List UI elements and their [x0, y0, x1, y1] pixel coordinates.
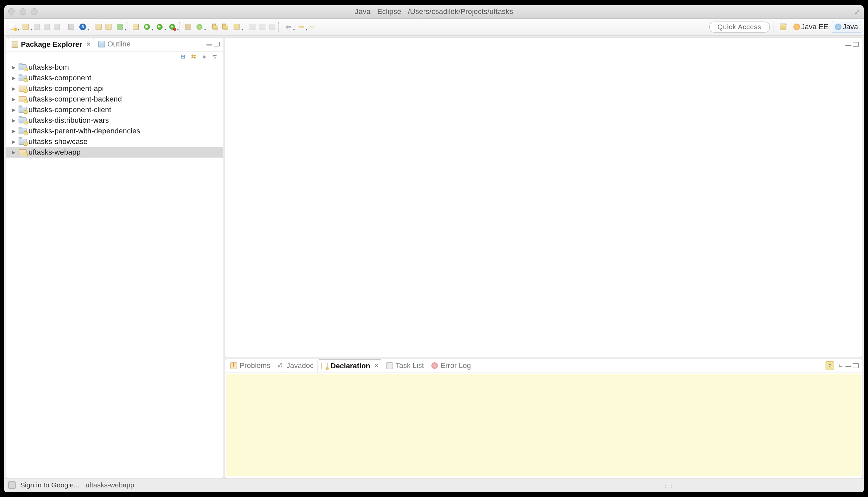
window-title: Java - Eclipse - /Users/csadilek/Project… — [355, 7, 513, 16]
expander-icon[interactable]: ▶ — [12, 86, 17, 91]
minimize-icon[interactable] — [207, 44, 212, 46]
google-button[interactable]: 8▾ — [77, 22, 89, 31]
expander-icon[interactable]: ▶ — [12, 97, 17, 102]
build-button[interactable] — [67, 22, 76, 31]
tree-item-label: uftasks-component-backend — [29, 95, 122, 103]
close-tab-icon[interactable]: ✕ — [86, 41, 90, 47]
maximize-icon[interactable] — [853, 42, 859, 47]
collapse-all-button[interactable]: ⊟ — [179, 53, 186, 60]
tab-javadoc[interactable]: @ Javadoc — [274, 359, 317, 372]
tree-item-uftasks-component[interactable]: ▶uftasks-component — [6, 73, 223, 83]
left-column: Package Explorer ✕ Outline ⊟ ⇆ — [6, 37, 223, 478]
refresh-button[interactable]: ▾ — [194, 22, 205, 31]
run-external-button[interactable]: ▾ — [166, 22, 178, 31]
tree-item-uftasks-component-api[interactable]: ▶uftasks-component-api — [6, 83, 223, 94]
tree-item-uftasks-component-backend[interactable]: ▶uftasks-component-backend — [6, 94, 223, 104]
print-button[interactable] — [52, 22, 61, 31]
new-server-button[interactable] — [131, 22, 140, 31]
expander-icon[interactable]: ▶ — [12, 65, 17, 70]
close-tab-icon[interactable]: ✕ — [374, 363, 379, 369]
tab-label: Declaration — [330, 361, 370, 370]
bottom-panel: Problems @ Javadoc Declaration ✕ Task Li… — [225, 359, 862, 478]
expander-icon[interactable]: ▶ — [12, 139, 17, 144]
close-window-button[interactable] — [8, 8, 15, 15]
minimize-icon[interactable] — [845, 45, 851, 46]
perspective-java-ee[interactable]: Java EE — [791, 21, 831, 32]
quick-access-input[interactable]: Quick Access — [709, 22, 770, 32]
project-tree: ▶uftasks-bom▶uftasks-component▶uftasks-c… — [6, 62, 223, 478]
save-all-button[interactable] — [42, 22, 52, 31]
zoom-window-button[interactable] — [31, 8, 38, 15]
tab-declaration[interactable]: Declaration ✕ — [317, 359, 382, 373]
expander-icon[interactable]: ▶ — [12, 75, 17, 81]
tree-item-uftasks-parent-with-dependencies[interactable]: ▶uftasks-parent-with-dependencies — [6, 126, 223, 136]
google-signin-icon — [8, 481, 16, 489]
focus-task-button[interactable]: ◉ — [200, 53, 208, 60]
tab-outline[interactable]: Outline — [95, 38, 134, 51]
next-annotation-button[interactable]: ⇦▾ — [295, 22, 307, 31]
tree-item-uftasks-showcase[interactable]: ▶uftasks-showcase — [6, 136, 223, 147]
export-button[interactable] — [104, 22, 113, 31]
separator-icon — [790, 22, 790, 32]
sign-in-link[interactable]: Sign in to Google... — [20, 481, 80, 489]
run-button[interactable]: ▾ — [154, 22, 166, 31]
tab-task-list[interactable]: Task List — [383, 359, 427, 372]
tree-item-uftasks-webapp[interactable]: ▶uftasks-webapp — [6, 147, 223, 158]
package-explorer-view: Package Explorer ✕ Outline ⊟ ⇆ — [6, 37, 223, 478]
search-button[interactable]: ▾ — [231, 22, 243, 31]
minimize-window-button[interactable] — [19, 8, 26, 15]
editor-controls — [845, 42, 860, 47]
new-project-button[interactable]: ▾ — [19, 22, 31, 31]
expander-icon[interactable]: ▶ — [12, 150, 17, 155]
project-icon — [18, 96, 27, 102]
link-button[interactable]: ⇆ — [836, 361, 845, 370]
pin-button[interactable] — [258, 22, 267, 31]
separator-icon — [207, 22, 209, 31]
tree-item-uftasks-bom[interactable]: ▶uftasks-bom — [6, 62, 223, 73]
expander-icon[interactable]: ▶ — [12, 118, 17, 123]
back-button[interactable]: ⇨ — [308, 22, 317, 31]
expander-icon[interactable]: ▶ — [12, 107, 17, 112]
tree-item-label: uftasks-parent-with-dependencies — [29, 127, 140, 136]
maximize-icon[interactable] — [214, 42, 220, 46]
prev-annotation-button[interactable]: ⇦▾ — [282, 22, 294, 31]
tree-item-label: uftasks-bom — [29, 63, 69, 72]
debug-button[interactable]: ▾ — [141, 22, 153, 31]
minimize-icon[interactable] — [845, 366, 851, 367]
pin2-button[interactable] — [268, 22, 277, 31]
problems-icon — [230, 362, 237, 369]
tab-label: Javadoc — [286, 361, 314, 370]
status-handle-icon: ⋮⋮ — [662, 481, 674, 489]
import-button[interactable] — [94, 22, 103, 31]
separator-icon — [63, 22, 66, 31]
open-perspective-button[interactable] — [777, 22, 789, 31]
eclipse-window: Java - Eclipse - /Users/csadilek/Project… — [4, 5, 864, 492]
view-controls — [845, 363, 860, 368]
expander-icon[interactable]: ▶ — [12, 128, 17, 134]
new-button[interactable]: ▾ — [7, 22, 19, 31]
perspective-java[interactable]: Java — [832, 21, 861, 33]
tree-item-uftasks-distribution-wars[interactable]: ▶uftasks-distribution-wars — [6, 115, 223, 126]
validate-button[interactable]: ▾ — [114, 22, 126, 31]
bottom-toolbar: ⤴ ⇆ — [826, 361, 845, 370]
open-type-button[interactable] — [211, 22, 220, 31]
tree-item-uftasks-component-client[interactable]: ▶uftasks-component-client — [6, 104, 223, 115]
view-menu-button[interactable]: ▽ — [211, 53, 218, 60]
tree-item-label: uftasks-component-client — [29, 105, 111, 114]
tab-error-log[interactable]: Error Log — [428, 359, 474, 372]
title-bar: Java - Eclipse - /Users/csadilek/Project… — [4, 5, 864, 18]
tab-package-explorer[interactable]: Package Explorer ✕ — [8, 38, 94, 51]
open-input-button[interactable]: ⤴ — [826, 361, 834, 370]
new-package-button[interactable] — [184, 22, 193, 31]
open-resource-button[interactable] — [220, 22, 230, 31]
save-button[interactable] — [32, 22, 42, 31]
bottom-tabs: Problems @ Javadoc Declaration ✕ Task Li… — [225, 359, 862, 373]
maximize-icon[interactable] — [853, 363, 859, 368]
toggle-button[interactable] — [248, 22, 257, 31]
tab-problems[interactable]: Problems — [227, 359, 274, 372]
fullscreen-icon[interactable]: ⤢ — [854, 8, 860, 16]
link-with-editor-button[interactable]: ⇆ — [190, 53, 197, 60]
separator-icon — [279, 22, 281, 31]
separator-icon — [180, 22, 182, 31]
window-controls — [8, 8, 38, 15]
